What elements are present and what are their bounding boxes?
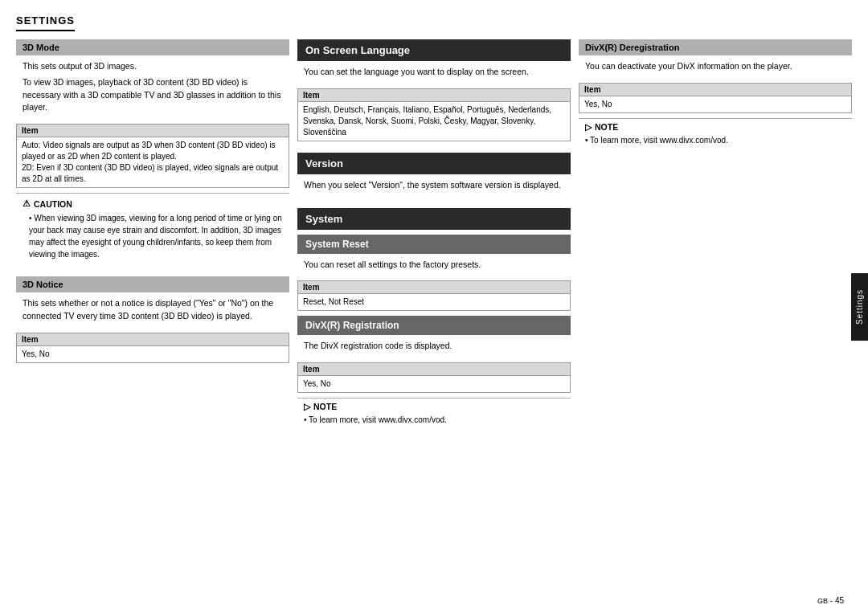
system-header: System [297,208,571,230]
divx-registration-note: ▷ NOTE To learn more, visit www.divx.com… [297,398,571,429]
on-screen-language-header: On Screen Language [297,39,571,61]
divx-deregistration-item-header: Item [579,84,851,96]
column-2: On Screen Language You can set the langu… [297,39,571,439]
divx-registration-item-header: Item [298,363,570,376]
section-on-screen-language: On Screen Language You can set the langu… [297,39,571,146]
3d-notice-body: This sets whether or not a notice is dis… [16,292,289,328]
3d-notice-text: This sets whether or not a notice is dis… [23,297,283,323]
3d-mode-item-box: Item Auto: Video signals are output as 3… [16,124,289,188]
divx-registration-note-text: To learn more, visit www.divx.com/vod. [304,414,564,426]
page-container: SETTINGS 3D Mode This sets output of 3D … [0,0,868,613]
divx-deregistration-note: ▷ NOTE To learn more, visit www.divx.com… [579,118,852,149]
section-3d-mode: 3D Mode This sets output of 3D images. T… [16,39,289,270]
on-screen-language-item-header: Item [298,89,570,102]
on-screen-language-item-box: Item English, Deutsch, Français, Italian… [297,88,571,141]
3d-mode-header: 3D Mode [16,39,289,55]
system-reset-body: You can reset all settings to the factor… [297,254,571,276]
version-header: Version [297,153,571,174]
caution-body: When viewing 3D images, viewing for a lo… [23,212,283,260]
3d-mode-item-content: Auto: Video signals are output as 3D whe… [17,137,289,187]
section-divx-deregistration: DivX(R) Deregistration You can deactivat… [579,39,852,153]
page-title: SETTINGS [16,14,75,31]
on-screen-language-text: You can set the language you want to dis… [304,66,564,79]
side-tab: Settings [851,272,868,340]
page-number: GB - 45 [817,596,844,605]
system-reset-header: System Reset [297,235,571,254]
divx-registration-item-box: Item Yes, No [297,362,571,393]
divx-deregistration-text: You can deactivate your DivX information… [585,60,845,73]
divx-deregistration-item-box: Item Yes, No [579,83,852,113]
divx-deregistration-note-text: To learn more, visit www.divx.com/vod. [585,134,845,146]
3d-mode-body: This sets output of 3D images. To view 3… [16,55,289,119]
page-number-value: 45 [835,596,844,605]
section-version: Version When you select "Version", the s… [297,153,571,202]
system-reset-wrapper: System Reset You can reset all settings … [297,235,571,312]
caution-box: ⚠ CAUTION When viewing 3D images, viewin… [16,193,289,265]
version-body: When you select "Version", the system so… [297,174,571,197]
divx-registration-note-body: To learn more, visit www.divx.com/vod. [304,414,564,426]
system-reset-item-box: Item Reset, Not Reset [297,280,571,311]
divx-registration-note-title: ▷ NOTE [304,402,564,411]
divx-deregistration-note-body: To learn more, visit www.divx.com/vod. [585,134,845,146]
divx-registration-header: DivX(R) Registration [297,316,571,335]
caution-label: CAUTION [34,199,72,209]
system-reset-item-content: Reset, Not Reset [298,294,570,310]
note-icon: ▷ [304,402,310,411]
3d-notice-item-box: Item Yes, No [16,333,289,363]
caution-icon: ⚠ [23,198,31,209]
3d-mode-text2: To view 3D images, playback of 3D conten… [23,76,283,114]
note-label2: NOTE [595,122,618,132]
divx-registration-wrapper: DivX(R) Registration The DivX registrati… [297,316,571,429]
3d-mode-text1: This sets output of 3D images. [23,60,283,73]
on-screen-language-item-content: English, Deutsch, Français, Italiano, Es… [298,102,570,141]
3d-notice-item-content: Yes, No [17,346,289,362]
divx-deregistration-item-content: Yes, No [579,96,851,112]
system-reset-item-header: Item [298,281,570,294]
divx-registration-body: The DivX registration code is displayed. [297,335,571,358]
caution-text: When viewing 3D images, viewing for a lo… [29,212,283,260]
divx-registration-item-content: Yes, No [298,376,570,392]
caution-title: ⚠ CAUTION [23,198,283,209]
divx-deregistration-body: You can deactivate your DivX information… [579,55,852,78]
3d-mode-item-header: Item [17,125,289,137]
section-3d-notice: 3D Notice This sets whether or not a not… [16,276,289,368]
divx-registration-text: The DivX registration code is displayed. [304,340,564,353]
section-system: System System Reset You can reset all se… [297,208,571,433]
3d-notice-item-header: Item [17,333,289,346]
divx-deregistration-header: DivX(R) Deregistration [579,39,852,55]
note-label: NOTE [313,402,337,411]
columns-wrapper: 3D Mode This sets output of 3D images. T… [16,39,852,439]
divx-deregistration-note-title: ▷ NOTE [585,122,845,132]
column-3: DivX(R) Deregistration You can deactivat… [579,39,852,439]
version-text: When you select "Version", the system so… [304,179,564,192]
gb-label: GB [817,597,828,605]
system-reset-text: You can reset all settings to the factor… [304,259,564,272]
column-1: 3D Mode This sets output of 3D images. T… [16,39,289,439]
3d-notice-header: 3D Notice [16,276,289,292]
3d-mode-item-text: Auto: Video signals are output as 3D whe… [22,141,278,183]
note-icon2: ▷ [585,122,592,132]
on-screen-language-body: You can set the language you want to dis… [297,61,571,84]
